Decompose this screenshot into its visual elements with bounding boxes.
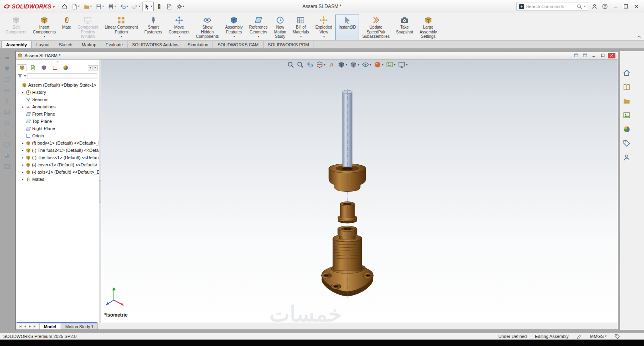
tab-simulation[interactable]: Simulation: [183, 41, 213, 48]
left-tool-5-button[interactable]: [3, 97, 11, 105]
print-button[interactable]: ▾: [106, 2, 118, 11]
view-palette-button[interactable]: [622, 111, 631, 119]
view-settings-button[interactable]: ▾: [398, 61, 408, 68]
expand-arrow-icon[interactable]: ▸: [21, 149, 25, 152]
tree-item-the-fuss-1-default-default[interactable]: ▸(-) The fuss<1> (Default) <<Default: [16, 154, 99, 161]
select-button[interactable]: ▾: [142, 2, 154, 11]
custom-properties-button[interactable]: [622, 139, 631, 147]
exploded-view-button[interactable]: Exploded View▾: [312, 14, 336, 40]
dynamic-annotation-views-button[interactable]: [328, 61, 335, 68]
doc-minimize-button[interactable]: [590, 53, 598, 58]
status-tag-icon[interactable]: [615, 334, 620, 339]
propertymanager-tab[interactable]: [28, 64, 38, 71]
tab-solidworks-cam[interactable]: SOLIDWORKS CAM: [213, 41, 263, 48]
file-properties-button[interactable]: [165, 2, 174, 11]
doc-close-button[interactable]: [608, 53, 615, 58]
tree-item-right-plane[interactable]: Right Plane: [16, 125, 99, 132]
apply-scene-button[interactable]: ▾: [386, 61, 396, 68]
tab-sketch[interactable]: Sketch: [54, 41, 77, 48]
minimize-window-button[interactable]: [611, 2, 620, 11]
left-tool-3-button[interactable]: [3, 76, 11, 83]
expand-arrow-icon[interactable]: ▸: [21, 141, 25, 145]
left-tool-7-button[interactable]: [3, 119, 11, 126]
tree-item-history[interactable]: ▸History: [16, 89, 99, 96]
expand-arrow-icon[interactable]: ▸: [21, 156, 25, 160]
3d-views-button[interactable]: [3, 54, 11, 61]
filter-input[interactable]: [27, 73, 97, 79]
tab-solidworks-pdm[interactable]: SOLIDWORKS PDM: [264, 41, 314, 48]
expand-arrow-icon[interactable]: ▸: [21, 105, 25, 109]
maximize-window-button[interactable]: [621, 2, 630, 11]
tree-item-the-fuss2-1-default-defaul[interactable]: ▸(-) The fuss2<1> (Default) <<Defaul: [16, 147, 99, 154]
featuremanager-design-tree-tab[interactable]: [17, 64, 27, 71]
take-snapshot-button[interactable]: Take Snapshot: [393, 14, 416, 40]
hide-show-items-button[interactable]: ▾: [362, 61, 372, 68]
smart-fasteners-button[interactable]: Smart Fasteners: [141, 14, 165, 40]
tree-item-annotations[interactable]: ▸Annotations: [16, 103, 99, 110]
solidworks-resources-button[interactable]: [622, 69, 631, 77]
tab-motion-study-1[interactable]: Motion Study 1: [61, 323, 98, 329]
next-tab-button[interactable]: [28, 324, 32, 329]
show-hidden-components-button[interactable]: Show Hidden Components: [193, 14, 222, 40]
scroll-tabs-left-button[interactable]: [88, 65, 93, 70]
tree-item-axis-1-default-default-dis[interactable]: ▸(-) axis<1> (Default) <<Default>_Dis: [16, 168, 99, 176]
search-icon[interactable]: [577, 4, 582, 9]
left-tool-9-button[interactable]: [3, 141, 11, 148]
logo-flyout-arrow-icon[interactable]: ▸: [53, 4, 55, 8]
edit-appearance-button[interactable]: ▾: [374, 61, 384, 68]
rebuild-button[interactable]: [155, 2, 164, 11]
redo-button[interactable]: ▾: [130, 2, 142, 11]
home-button[interactable]: [60, 2, 69, 11]
new-motion-study-button[interactable]: New Motion Study: [271, 14, 289, 40]
left-tool-4-button[interactable]: [3, 87, 11, 94]
search-input[interactable]: [526, 4, 575, 9]
collapse-featuremanager-button[interactable]: [16, 60, 99, 64]
tree-item-top-plane[interactable]: Top Plane: [16, 118, 99, 125]
solidworks-forum-button[interactable]: [622, 153, 631, 162]
bill-of-materials-button[interactable]: Bill of Materials▾: [289, 14, 312, 40]
tab-markup[interactable]: Markup: [77, 41, 101, 48]
tree-item-cover-1-default-default-d[interactable]: ▸(-) cover<1> (Default) <<Default>_D: [16, 161, 99, 168]
units-selector[interactable]: MMGS ▾: [590, 334, 607, 339]
assembly-features-button[interactable]: Assembly Features▾: [222, 14, 246, 40]
collapse-ribbon-button[interactable]: [637, 34, 642, 39]
user-account-button[interactable]: [590, 2, 599, 11]
save-button[interactable]: ▾: [94, 2, 105, 11]
left-tool-11-button[interactable]: [3, 163, 11, 170]
tree-item-mates[interactable]: ▸Mates: [16, 176, 99, 183]
dimxpertmanager-tab[interactable]: [50, 64, 60, 71]
assembly-model[interactable]: [263, 88, 432, 305]
reference-geometry-button[interactable]: Reference Geometry▾: [246, 14, 271, 40]
left-tool-2-button[interactable]: [3, 65, 11, 72]
appearances-scenes-button[interactable]: [622, 125, 631, 133]
tree-item-f-body-1-default-default-d[interactable]: ▸(f) body<1> (Default) <<Default>_D: [16, 139, 99, 147]
tab-assembly[interactable]: Assembly: [1, 41, 32, 48]
section-view-button[interactable]: ▾: [316, 61, 326, 68]
displaymanager-tab[interactable]: [60, 64, 70, 71]
zoom-to-fit-button[interactable]: [287, 61, 294, 68]
left-tool-10-button[interactable]: [3, 152, 11, 159]
open-document-button[interactable]: ▾: [82, 2, 93, 11]
file-explorer-button[interactable]: [622, 97, 631, 105]
expand-arrow-icon[interactable]: ▸: [21, 163, 25, 167]
configurationmanager-tab[interactable]: [39, 64, 49, 71]
tree-item-sensors[interactable]: Sensors: [16, 96, 99, 103]
options-button[interactable]: ▾: [175, 2, 186, 11]
previous-tab-button[interactable]: [23, 324, 27, 329]
undo-button[interactable]: ▾: [118, 2, 130, 11]
search-dropdown-caret-icon[interactable]: ▾: [584, 5, 586, 8]
doc-pane-right-button[interactable]: [581, 53, 589, 58]
help-button[interactable]: [601, 2, 609, 11]
expand-arrow-icon[interactable]: ▸: [21, 178, 25, 181]
mate-button[interactable]: Mate: [59, 14, 74, 40]
move-component-button[interactable]: Move Component▾: [165, 14, 193, 40]
update-speedpak-subassemblies-button[interactable]: Update SpeedPak Subassemblies: [359, 14, 393, 40]
left-tool-6-button[interactable]: [3, 108, 11, 116]
last-tab-button[interactable]: [33, 324, 37, 329]
expand-arrow-icon[interactable]: ▸: [21, 91, 25, 94]
filter-icon[interactable]: [17, 73, 23, 79]
doc-maximize-button[interactable]: [599, 53, 607, 58]
filter-dropdown-caret-icon[interactable]: ▾: [24, 75, 26, 78]
first-tab-button[interactable]: [18, 324, 23, 329]
zoom-to-area-button[interactable]: [297, 61, 304, 68]
